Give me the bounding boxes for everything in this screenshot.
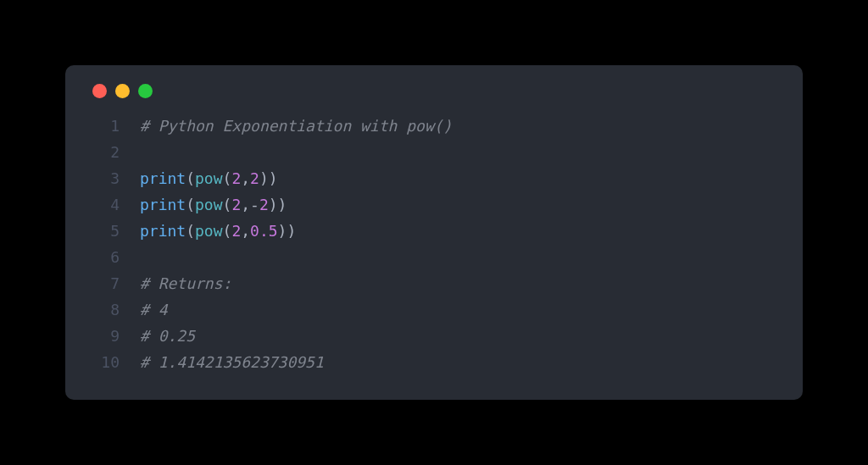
code-window: 1# Python Exponentiation with pow()23pri… xyxy=(65,65,803,400)
code-content: print(pow(2,-2)) xyxy=(140,192,287,219)
code-token: , xyxy=(241,222,250,240)
code-content: # Returns: xyxy=(140,271,231,297)
code-line: 2 xyxy=(89,140,779,166)
line-number: 10 xyxy=(89,350,120,376)
code-token: # Returns: xyxy=(140,274,231,292)
code-content: # 0.25 xyxy=(140,324,195,350)
code-token: ( xyxy=(186,169,195,187)
code-token: print xyxy=(140,222,186,240)
code-token: )) xyxy=(269,196,287,213)
code-token: pow xyxy=(195,169,223,187)
line-number: 4 xyxy=(89,192,120,219)
code-line: 10# 1.4142135623730951 xyxy=(89,350,779,376)
line-number: 1 xyxy=(89,113,120,140)
code-token: pow xyxy=(195,222,223,240)
code-token: # 0.25 xyxy=(140,327,195,345)
code-token: pow xyxy=(195,196,223,213)
line-number: 7 xyxy=(89,271,120,297)
code-token: # 1.4142135623730951 xyxy=(140,353,324,371)
window-controls xyxy=(89,84,779,98)
code-content: # 1.4142135623730951 xyxy=(140,350,324,376)
line-number: 6 xyxy=(89,245,120,271)
code-token: ( xyxy=(186,222,195,240)
code-line: 9# 0.25 xyxy=(89,324,779,350)
code-token: print xyxy=(140,196,186,213)
code-token: 2 xyxy=(250,169,259,187)
minimize-icon[interactable] xyxy=(115,84,130,98)
code-line: 3print(pow(2,2)) xyxy=(89,166,779,192)
code-content: # Python Exponentiation with pow() xyxy=(140,113,452,140)
code-line: 1# Python Exponentiation with pow() xyxy=(89,113,779,140)
code-token: 2 xyxy=(231,196,241,213)
code-token: ( xyxy=(223,222,232,240)
line-number: 8 xyxy=(89,297,120,324)
code-token: 2 xyxy=(259,196,269,213)
line-number: 9 xyxy=(89,324,120,350)
line-number: 5 xyxy=(89,219,120,245)
code-token: , xyxy=(241,169,250,187)
code-token: # Python Exponentiation with pow() xyxy=(140,117,452,135)
code-content: # 4 xyxy=(140,297,168,324)
line-number: 2 xyxy=(89,140,120,166)
code-token: 0.5 xyxy=(250,222,278,240)
line-number: 3 xyxy=(89,166,120,192)
code-token: ( xyxy=(223,169,232,187)
code-token: , xyxy=(241,196,250,213)
code-line: 8# 4 xyxy=(89,297,779,324)
code-token: - xyxy=(250,196,259,213)
code-token: 2 xyxy=(231,222,241,240)
code-content: print(pow(2,0.5)) xyxy=(140,219,296,245)
maximize-icon[interactable] xyxy=(138,84,153,98)
code-token: )) xyxy=(259,169,278,187)
code-content: print(pow(2,2)) xyxy=(140,166,278,192)
code-line: 6 xyxy=(89,245,779,271)
code-token: 2 xyxy=(231,169,241,187)
code-token: # 4 xyxy=(140,301,168,318)
code-token: )) xyxy=(278,222,297,240)
code-line: 5print(pow(2,0.5)) xyxy=(89,219,779,245)
code-token: ( xyxy=(223,196,232,213)
code-token: print xyxy=(140,169,186,187)
code-line: 4print(pow(2,-2)) xyxy=(89,192,779,219)
code-line: 7# Returns: xyxy=(89,271,779,297)
close-icon[interactable] xyxy=(92,84,107,98)
code-token: ( xyxy=(186,196,195,213)
code-editor: 1# Python Exponentiation with pow()23pri… xyxy=(89,113,779,376)
